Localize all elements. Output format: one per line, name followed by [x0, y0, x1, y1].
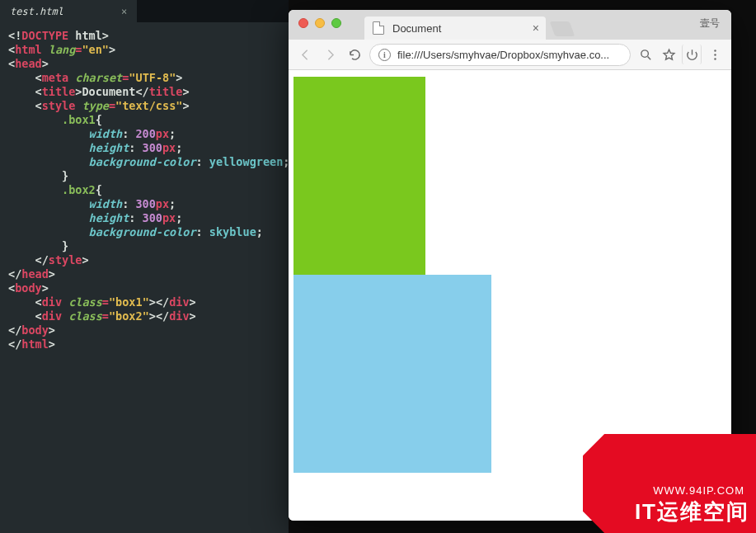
- token-num: 300: [143, 211, 162, 224]
- token-selector: .box2: [62, 183, 96, 196]
- token-tag: head: [21, 267, 49, 281]
- close-icon[interactable]: ×: [121, 6, 127, 17]
- new-tab-button[interactable]: [550, 21, 575, 36]
- token-prop: width: [89, 127, 123, 140]
- token-attr: lang: [49, 43, 76, 56]
- token-tag: div: [42, 309, 62, 323]
- token-str: UTF-8: [136, 71, 170, 84]
- token-tag: div: [169, 295, 189, 309]
- token-tag: div: [42, 295, 62, 309]
- svg-point-2: [714, 54, 716, 55]
- token-unit: px: [156, 197, 169, 210]
- editor-tab-bar: test.html ×: [0, 0, 289, 22]
- forward-button[interactable]: [320, 45, 340, 64]
- editor-tab-label: test.html: [10, 6, 63, 17]
- token-tag: style: [49, 253, 82, 266]
- token-prop: height: [89, 211, 129, 224]
- svg-point-0: [641, 50, 648, 57]
- browser-tab[interactable]: Document ×: [364, 17, 546, 40]
- token-html: html: [75, 29, 102, 42]
- token-num: 300: [135, 197, 155, 210]
- token-str: en: [89, 43, 102, 56]
- token-tag: title: [149, 85, 183, 98]
- browser-window: Document × 壹号 i file:///Users/smyhvae/Dr…: [289, 10, 731, 521]
- star-icon: [662, 48, 676, 62]
- browser-title-bar: Document × 壹号: [289, 10, 731, 40]
- token-color: yellowgreen: [209, 155, 283, 168]
- token-unit: px: [156, 127, 169, 140]
- token-tag: style: [42, 99, 76, 112]
- token-text: Document: [82, 85, 135, 98]
- token-num: 200: [135, 127, 155, 140]
- code-editor-pane: test.html × <!DOCTYPE html> <html lang="…: [0, 0, 289, 533]
- token-attr: type: [82, 99, 109, 112]
- token-selector: .box1: [62, 113, 96, 126]
- arrow-left-icon: [298, 48, 312, 62]
- token-unit: px: [162, 211, 176, 224]
- ime-indicator: 壹号: [700, 17, 720, 31]
- box1: [293, 77, 425, 275]
- power-icon: [685, 48, 699, 62]
- token-tag: meta: [42, 71, 69, 84]
- box2: [293, 275, 491, 473]
- site-info-icon[interactable]: i: [378, 49, 391, 61]
- menu-button[interactable]: [705, 45, 725, 64]
- token-tag: html: [21, 337, 49, 351]
- token-str: box2: [115, 309, 143, 323]
- browser-tab-title: Document: [392, 22, 441, 35]
- code-area[interactable]: <!DOCTYPE html> <html lang="en"> <head> …: [0, 22, 289, 351]
- bookmark-button[interactable]: [659, 45, 679, 64]
- toolbar-right: [636, 45, 725, 64]
- token-doctype: DOCTYPE: [21, 29, 68, 42]
- kebab-icon: [708, 48, 722, 62]
- token-tag: html: [15, 43, 42, 56]
- token-num: 300: [143, 141, 162, 154]
- url-text: file:///Users/smyhvae/Dropbox/smyhvae.co…: [397, 49, 609, 61]
- token-prop: background-color: [89, 155, 196, 168]
- editor-tab-test-html[interactable]: test.html ×: [0, 0, 137, 22]
- minimize-window-icon[interactable]: [315, 18, 325, 28]
- close-tab-icon[interactable]: ×: [533, 21, 539, 35]
- svg-point-3: [714, 58, 716, 59]
- token-tag: body: [21, 323, 49, 337]
- token-prop: background-color: [89, 225, 196, 238]
- maximize-window-icon[interactable]: [331, 18, 341, 28]
- token-tag: head: [15, 57, 42, 70]
- power-button[interactable]: [682, 45, 702, 64]
- address-bar[interactable]: i file:///Users/smyhvae/Dropbox/smyhvae.…: [369, 44, 631, 66]
- close-window-icon[interactable]: [298, 18, 308, 28]
- page-viewport: [289, 70, 731, 521]
- arrow-right-icon: [323, 48, 337, 62]
- token-color: skyblue: [209, 225, 256, 238]
- magnifier-icon: [639, 48, 653, 62]
- token-tag: body: [15, 281, 42, 295]
- browser-toolbar: i file:///Users/smyhvae/Dropbox/smyhvae.…: [289, 40, 731, 70]
- reload-button[interactable]: [345, 45, 364, 64]
- token-tag: title: [42, 85, 76, 98]
- reload-icon: [348, 48, 362, 62]
- svg-point-1: [714, 50, 716, 51]
- token-attr: class: [68, 309, 102, 323]
- token-prop: height: [89, 141, 129, 154]
- token-str: box1: [115, 295, 143, 309]
- zoom-button[interactable]: [636, 45, 655, 64]
- token-prop: width: [89, 197, 123, 210]
- token-unit: px: [162, 141, 176, 154]
- page-icon: [373, 21, 384, 35]
- token-tag: div: [169, 309, 189, 323]
- window-controls: [298, 18, 341, 28]
- token-str: text/css: [122, 99, 176, 112]
- back-button[interactable]: [295, 45, 315, 64]
- token-attr: class: [68, 295, 102, 309]
- token-attr: charset: [75, 71, 122, 84]
